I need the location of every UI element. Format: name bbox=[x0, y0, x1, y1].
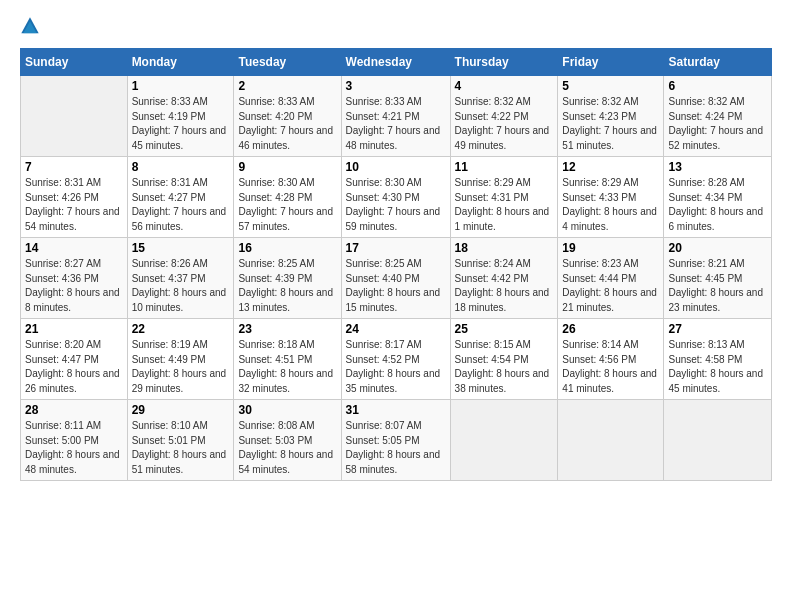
day-number: 26 bbox=[562, 322, 659, 336]
day-number: 10 bbox=[346, 160, 446, 174]
day-number: 20 bbox=[668, 241, 767, 255]
day-info: Sunrise: 8:29 AMSunset: 4:31 PMDaylight:… bbox=[455, 177, 550, 232]
day-info: Sunrise: 8:29 AMSunset: 4:33 PMDaylight:… bbox=[562, 177, 657, 232]
day-number: 28 bbox=[25, 403, 123, 417]
day-cell: 28Sunrise: 8:11 AMSunset: 5:00 PMDayligh… bbox=[21, 400, 128, 481]
day-cell bbox=[558, 400, 664, 481]
day-header-saturday: Saturday bbox=[664, 49, 772, 76]
day-number: 18 bbox=[455, 241, 554, 255]
day-number: 27 bbox=[668, 322, 767, 336]
day-cell: 5Sunrise: 8:32 AMSunset: 4:23 PMDaylight… bbox=[558, 76, 664, 157]
day-number: 21 bbox=[25, 322, 123, 336]
day-info: Sunrise: 8:26 AMSunset: 4:37 PMDaylight:… bbox=[132, 258, 227, 313]
day-number: 14 bbox=[25, 241, 123, 255]
day-cell: 4Sunrise: 8:32 AMSunset: 4:22 PMDaylight… bbox=[450, 76, 558, 157]
day-cell: 3Sunrise: 8:33 AMSunset: 4:21 PMDaylight… bbox=[341, 76, 450, 157]
day-number: 13 bbox=[668, 160, 767, 174]
day-cell: 16Sunrise: 8:25 AMSunset: 4:39 PMDayligh… bbox=[234, 238, 341, 319]
week-row-0: 1Sunrise: 8:33 AMSunset: 4:19 PMDaylight… bbox=[21, 76, 772, 157]
day-cell: 25Sunrise: 8:15 AMSunset: 4:54 PMDayligh… bbox=[450, 319, 558, 400]
day-header-friday: Friday bbox=[558, 49, 664, 76]
day-info: Sunrise: 8:31 AMSunset: 4:27 PMDaylight:… bbox=[132, 177, 227, 232]
day-number: 15 bbox=[132, 241, 230, 255]
week-row-3: 21Sunrise: 8:20 AMSunset: 4:47 PMDayligh… bbox=[21, 319, 772, 400]
day-cell: 6Sunrise: 8:32 AMSunset: 4:24 PMDaylight… bbox=[664, 76, 772, 157]
day-number: 23 bbox=[238, 322, 336, 336]
header-row: SundayMondayTuesdayWednesdayThursdayFrid… bbox=[21, 49, 772, 76]
day-info: Sunrise: 8:30 AMSunset: 4:28 PMDaylight:… bbox=[238, 177, 333, 232]
day-info: Sunrise: 8:19 AMSunset: 4:49 PMDaylight:… bbox=[132, 339, 227, 394]
day-cell: 22Sunrise: 8:19 AMSunset: 4:49 PMDayligh… bbox=[127, 319, 234, 400]
day-info: Sunrise: 8:32 AMSunset: 4:23 PMDaylight:… bbox=[562, 96, 657, 151]
day-number: 5 bbox=[562, 79, 659, 93]
day-info: Sunrise: 8:20 AMSunset: 4:47 PMDaylight:… bbox=[25, 339, 120, 394]
day-number: 17 bbox=[346, 241, 446, 255]
day-cell: 20Sunrise: 8:21 AMSunset: 4:45 PMDayligh… bbox=[664, 238, 772, 319]
day-cell: 30Sunrise: 8:08 AMSunset: 5:03 PMDayligh… bbox=[234, 400, 341, 481]
day-cell: 7Sunrise: 8:31 AMSunset: 4:26 PMDaylight… bbox=[21, 157, 128, 238]
day-number: 16 bbox=[238, 241, 336, 255]
day-cell: 15Sunrise: 8:26 AMSunset: 4:37 PMDayligh… bbox=[127, 238, 234, 319]
day-cell: 27Sunrise: 8:13 AMSunset: 4:58 PMDayligh… bbox=[664, 319, 772, 400]
day-number: 31 bbox=[346, 403, 446, 417]
day-cell: 24Sunrise: 8:17 AMSunset: 4:52 PMDayligh… bbox=[341, 319, 450, 400]
day-cell: 9Sunrise: 8:30 AMSunset: 4:28 PMDaylight… bbox=[234, 157, 341, 238]
day-info: Sunrise: 8:08 AMSunset: 5:03 PMDaylight:… bbox=[238, 420, 333, 475]
day-info: Sunrise: 8:17 AMSunset: 4:52 PMDaylight:… bbox=[346, 339, 441, 394]
day-cell: 29Sunrise: 8:10 AMSunset: 5:01 PMDayligh… bbox=[127, 400, 234, 481]
week-row-4: 28Sunrise: 8:11 AMSunset: 5:00 PMDayligh… bbox=[21, 400, 772, 481]
week-row-2: 14Sunrise: 8:27 AMSunset: 4:36 PMDayligh… bbox=[21, 238, 772, 319]
day-cell: 2Sunrise: 8:33 AMSunset: 4:20 PMDaylight… bbox=[234, 76, 341, 157]
day-cell: 8Sunrise: 8:31 AMSunset: 4:27 PMDaylight… bbox=[127, 157, 234, 238]
day-info: Sunrise: 8:33 AMSunset: 4:21 PMDaylight:… bbox=[346, 96, 441, 151]
day-number: 1 bbox=[132, 79, 230, 93]
day-number: 9 bbox=[238, 160, 336, 174]
day-number: 7 bbox=[25, 160, 123, 174]
day-info: Sunrise: 8:18 AMSunset: 4:51 PMDaylight:… bbox=[238, 339, 333, 394]
day-number: 12 bbox=[562, 160, 659, 174]
day-cell: 12Sunrise: 8:29 AMSunset: 4:33 PMDayligh… bbox=[558, 157, 664, 238]
day-number: 30 bbox=[238, 403, 336, 417]
day-info: Sunrise: 8:25 AMSunset: 4:39 PMDaylight:… bbox=[238, 258, 333, 313]
day-cell: 11Sunrise: 8:29 AMSunset: 4:31 PMDayligh… bbox=[450, 157, 558, 238]
day-number: 4 bbox=[455, 79, 554, 93]
week-row-1: 7Sunrise: 8:31 AMSunset: 4:26 PMDaylight… bbox=[21, 157, 772, 238]
day-cell bbox=[664, 400, 772, 481]
day-info: Sunrise: 8:33 AMSunset: 4:20 PMDaylight:… bbox=[238, 96, 333, 151]
day-cell: 23Sunrise: 8:18 AMSunset: 4:51 PMDayligh… bbox=[234, 319, 341, 400]
day-info: Sunrise: 8:13 AMSunset: 4:58 PMDaylight:… bbox=[668, 339, 763, 394]
day-info: Sunrise: 8:31 AMSunset: 4:26 PMDaylight:… bbox=[25, 177, 120, 232]
day-cell bbox=[450, 400, 558, 481]
day-number: 24 bbox=[346, 322, 446, 336]
day-info: Sunrise: 8:27 AMSunset: 4:36 PMDaylight:… bbox=[25, 258, 120, 313]
day-cell: 13Sunrise: 8:28 AMSunset: 4:34 PMDayligh… bbox=[664, 157, 772, 238]
day-cell: 31Sunrise: 8:07 AMSunset: 5:05 PMDayligh… bbox=[341, 400, 450, 481]
day-info: Sunrise: 8:32 AMSunset: 4:22 PMDaylight:… bbox=[455, 96, 550, 151]
day-cell: 19Sunrise: 8:23 AMSunset: 4:44 PMDayligh… bbox=[558, 238, 664, 319]
day-number: 19 bbox=[562, 241, 659, 255]
day-cell: 14Sunrise: 8:27 AMSunset: 4:36 PMDayligh… bbox=[21, 238, 128, 319]
day-header-sunday: Sunday bbox=[21, 49, 128, 76]
day-info: Sunrise: 8:24 AMSunset: 4:42 PMDaylight:… bbox=[455, 258, 550, 313]
day-number: 2 bbox=[238, 79, 336, 93]
day-info: Sunrise: 8:14 AMSunset: 4:56 PMDaylight:… bbox=[562, 339, 657, 394]
day-cell: 18Sunrise: 8:24 AMSunset: 4:42 PMDayligh… bbox=[450, 238, 558, 319]
day-cell bbox=[21, 76, 128, 157]
day-info: Sunrise: 8:33 AMSunset: 4:19 PMDaylight:… bbox=[132, 96, 227, 151]
day-number: 25 bbox=[455, 322, 554, 336]
header bbox=[20, 16, 772, 36]
day-info: Sunrise: 8:32 AMSunset: 4:24 PMDaylight:… bbox=[668, 96, 763, 151]
day-info: Sunrise: 8:21 AMSunset: 4:45 PMDaylight:… bbox=[668, 258, 763, 313]
day-info: Sunrise: 8:25 AMSunset: 4:40 PMDaylight:… bbox=[346, 258, 441, 313]
day-info: Sunrise: 8:30 AMSunset: 4:30 PMDaylight:… bbox=[346, 177, 441, 232]
main-container: SundayMondayTuesdayWednesdayThursdayFrid… bbox=[0, 0, 792, 491]
day-cell: 1Sunrise: 8:33 AMSunset: 4:19 PMDaylight… bbox=[127, 76, 234, 157]
day-number: 22 bbox=[132, 322, 230, 336]
day-header-tuesday: Tuesday bbox=[234, 49, 341, 76]
logo-icon bbox=[20, 16, 40, 36]
day-info: Sunrise: 8:15 AMSunset: 4:54 PMDaylight:… bbox=[455, 339, 550, 394]
day-header-wednesday: Wednesday bbox=[341, 49, 450, 76]
day-cell: 26Sunrise: 8:14 AMSunset: 4:56 PMDayligh… bbox=[558, 319, 664, 400]
day-header-thursday: Thursday bbox=[450, 49, 558, 76]
day-info: Sunrise: 8:28 AMSunset: 4:34 PMDaylight:… bbox=[668, 177, 763, 232]
